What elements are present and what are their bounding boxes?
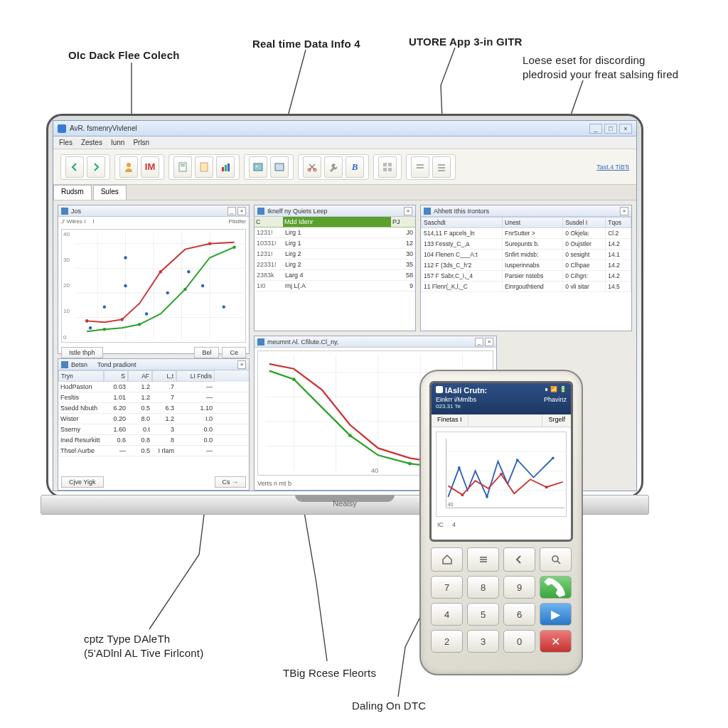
table-row[interactable]: 11 Flenr(_K,l,_CEinrgouthtiend0 vli sita… [422, 282, 631, 292]
cell: 14.2 [606, 260, 631, 271]
metrics-header: Tryn S AF L,t LI Fndis [58, 370, 249, 382]
panel-close[interactable]: × [237, 360, 246, 369]
col-header[interactable]: AF [128, 370, 152, 382]
cell: I.0 [176, 414, 215, 424]
list-row[interactable]: 10331!Lirg 112 [255, 238, 415, 249]
panel-close[interactable]: × [485, 338, 493, 346]
search-button[interactable] [540, 547, 572, 572]
cell: Thsel Aurbe [58, 446, 104, 456]
maximize-button[interactable]: □ [604, 124, 617, 134]
menu-item[interactable]: Zestes [81, 139, 102, 146]
metrics-row[interactable]: Ssedd Nbuth6.200.56.31.10 [58, 403, 249, 414]
key-1[interactable]: 2 [431, 630, 463, 653]
col-header[interactable]: Tqos [606, 218, 631, 228]
table-row[interactable]: 133 Fessty_C_,aSurepunts b.0 Oujstler14.… [422, 239, 631, 250]
col-header[interactable]: LI Fndis [176, 370, 215, 382]
tb-chart[interactable] [216, 156, 235, 178]
metrics-row[interactable]: Wister0.208.01.2I.0 [58, 414, 249, 424]
toolbar-link[interactable]: Tast.4 TiB'lt [596, 164, 629, 171]
panel-button[interactable]: Cjve Yigk [61, 476, 104, 488]
tb-fwd[interactable] [87, 156, 105, 178]
menu-item[interactable]: Iunn [111, 139, 124, 146]
list-row[interactable]: 1I0rnj L(.A9 [255, 281, 415, 291]
tb-grid[interactable] [378, 156, 397, 178]
tb-pic2[interactable] [270, 156, 289, 178]
col-header[interactable]: Saschdt [422, 218, 503, 228]
key-call[interactable] [540, 576, 572, 599]
tb-wrench[interactable] [324, 156, 343, 178]
svg-point-71 [552, 456, 555, 459]
col-header[interactable]: PJ [391, 217, 415, 227]
list-row[interactable]: 22331!Lirg 235 [255, 259, 415, 270]
panel-close[interactable]: × [237, 207, 246, 215]
table-row[interactable]: 157 F Sabr,C_I,_4Parsier nstebs0 Cihgn:1… [422, 271, 631, 282]
key-9[interactable]: 9 [503, 576, 535, 599]
tb-b[interactable]: B [346, 156, 364, 178]
tb-list2[interactable] [432, 156, 451, 178]
key-3[interactable]: 0 [503, 630, 535, 653]
svg-rect-20 [417, 167, 424, 168]
col-header[interactable]: C [255, 217, 283, 227]
tb-doc1[interactable] [173, 156, 192, 178]
home-button[interactable] [431, 547, 463, 572]
minimize-button[interactable]: _ [589, 124, 602, 134]
key-6[interactable]: 6 [503, 603, 535, 626]
metrics-row[interactable]: HodPaston0.031.2.7— [58, 382, 249, 392]
panel-close[interactable]: × [404, 207, 412, 215]
key-8[interactable]: 8 [467, 576, 499, 599]
key-end[interactable]: ✕ [540, 630, 572, 653]
tab[interactable]: Sules [93, 185, 127, 200]
tb-doc2[interactable] [195, 156, 213, 178]
col-header[interactable]: S [104, 370, 128, 382]
panel-close[interactable]: × [620, 207, 628, 215]
tb-person[interactable] [119, 156, 138, 178]
cell: 3 [152, 424, 176, 434]
list-row[interactable]: 1231!Lirg 1J0 [255, 228, 415, 238]
close-button[interactable]: × [619, 124, 632, 134]
panel-min[interactable]: _ [228, 207, 236, 215]
svg-rect-73 [500, 473, 503, 476]
panel-button[interactable]: Ce [222, 347, 246, 358]
table-row[interactable]: 112 F (3ds_C_h'2Iusperinnabs0 Clhpae14.2 [422, 260, 631, 271]
tb-pic[interactable] [249, 156, 267, 178]
list-row[interactable]: 1231!Lirg 230 [255, 249, 415, 259]
panel-button[interactable]: Bel [194, 347, 219, 358]
device-tab[interactable]: Finetas I [432, 414, 469, 427]
key-4[interactable]: 4 [431, 603, 463, 626]
key-enter[interactable]: ▶ [540, 603, 572, 626]
list-row[interactable]: 2383kLarg 458 [255, 270, 415, 281]
menubar[interactable]: Fles Zestes Iunn Prlsn [53, 136, 636, 149]
panel-min[interactable]: _ [475, 338, 483, 346]
key-2[interactable]: 3 [467, 630, 499, 653]
col-header[interactable]: Susdel I [563, 218, 606, 228]
device-tab[interactable]: Srgelf [542, 414, 571, 427]
col-header[interactable]: L,t [152, 370, 176, 382]
table-row[interactable]: 514,11 F apcels_lnFnrSutter >0 Okjela:Cl… [422, 228, 631, 239]
panel-button[interactable]: Cs → [215, 476, 247, 488]
col-header[interactable]: Unest [503, 218, 563, 228]
metrics-row[interactable]: Fesltis1.011.27— [58, 392, 249, 403]
back-button[interactable] [503, 547, 535, 572]
menu-button[interactable] [467, 547, 499, 572]
metrics-row[interactable]: Sserny1.600.t30.0 [58, 424, 249, 435]
svg-point-11 [256, 165, 258, 167]
metrics-row[interactable]: Ined Resurkitt0.60.880.0 [58, 435, 249, 446]
cell: Ined Resurkitt [58, 435, 104, 445]
table-row[interactable]: 104 Flenen C___A:tSnfirt midsb:0 sesight… [422, 250, 631, 260]
tab[interactable]: Rudsm [53, 185, 92, 200]
svg-point-61 [408, 462, 412, 466]
panel-button[interactable]: Istle thph [61, 347, 103, 358]
menu-item[interactable]: Fles [59, 139, 73, 146]
tb-cut[interactable] [303, 156, 321, 178]
cell: 0.5 [128, 403, 152, 413]
tb-im[interactable]: IM [141, 156, 159, 178]
tb-back[interactable] [65, 156, 84, 178]
key-7[interactable]: 7 [431, 576, 463, 599]
col-header[interactable]: Mdd Idenr [283, 217, 391, 227]
menu-item[interactable]: Prlsn [133, 139, 149, 146]
metrics-row[interactable]: Thsel Aurbe—0.5I rlam— [58, 446, 249, 456]
tb-list[interactable] [411, 156, 429, 178]
col-header[interactable]: Tryn [58, 370, 104, 382]
key-5[interactable]: 5 [467, 603, 499, 626]
cell: 0 Oujstler [563, 239, 606, 250]
